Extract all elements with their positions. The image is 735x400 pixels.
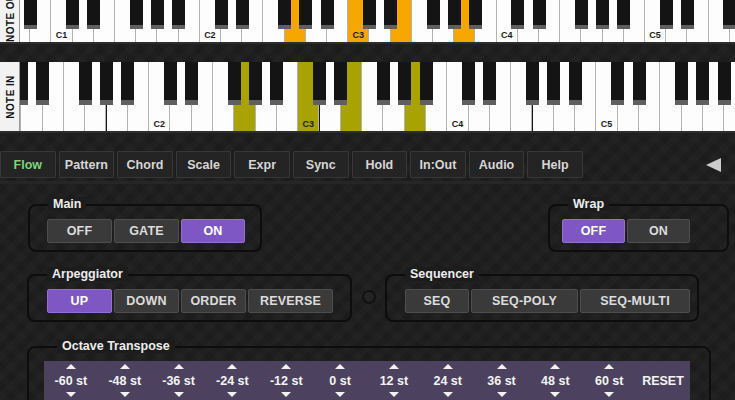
transpose-down-icon[interactable]	[604, 392, 614, 397]
note-out-key-a-0-sharp[interactable]	[24, 0, 37, 29]
note-in-key-f-1-sharp[interactable]	[79, 62, 92, 105]
transpose-down-icon[interactable]	[227, 392, 237, 397]
sequencer-seq-button[interactable]: SEQ	[405, 289, 469, 313]
transpose-up-icon[interactable]	[174, 364, 184, 369]
note-in-key-g-4-sharp[interactable]	[547, 62, 560, 105]
transpose-down-icon[interactable]	[389, 392, 399, 397]
transpose-down-icon[interactable]	[281, 392, 291, 397]
transpose-up-icon[interactable]	[335, 364, 345, 369]
wrap-off-button[interactable]: OFF	[562, 219, 625, 243]
note-in-key-a-3-sharp[interactable]	[420, 62, 433, 105]
note-out-key-c-3-sharp[interactable]	[363, 0, 376, 29]
note-out-key-c-5-sharp[interactable]	[660, 0, 673, 29]
sequencer-seq-multi-button[interactable]: SEQ-MULTI	[580, 289, 690, 313]
note-in-key-g-3-sharp[interactable]	[398, 62, 411, 105]
note-in-key-a-4-sharp[interactable]	[569, 62, 582, 105]
arpeggiator-down-button[interactable]: DOWN	[114, 289, 179, 313]
note-out-key-a-3-sharp[interactable]	[469, 0, 482, 29]
note-in-key-c-3-sharp[interactable]	[313, 62, 326, 105]
note-in-key-d-5-sharp[interactable]	[633, 62, 646, 105]
tab-sync[interactable]: Sync	[293, 151, 349, 178]
note-out-key-f-2-sharp[interactable]	[278, 0, 291, 29]
note-out-key-g-2-sharp[interactable]	[299, 0, 312, 29]
main-gate-button[interactable]: GATE	[114, 219, 179, 243]
note-out-key-f-3-sharp[interactable]	[427, 0, 440, 29]
transpose-down-icon[interactable]	[443, 392, 453, 397]
note-in-key-a-2-sharp[interactable]	[270, 62, 283, 105]
note-out-key-a-2-sharp[interactable]	[321, 0, 334, 29]
transpose-up-icon[interactable]	[66, 364, 76, 369]
note-out-key-f-5-sharp[interactable]	[723, 0, 735, 29]
transpose-down-icon[interactable]	[335, 392, 345, 397]
octave-label-c2: C2	[149, 119, 169, 129]
note-out-key-d-1-sharp[interactable]	[87, 0, 100, 29]
arpeggiator-up-button[interactable]: UP	[47, 289, 112, 313]
transpose-up-icon[interactable]	[227, 364, 237, 369]
transpose-down-icon[interactable]	[120, 392, 130, 397]
note-in-key-f-5-sharp[interactable]	[675, 62, 688, 105]
tab-in-out[interactable]: In:Out	[410, 151, 466, 178]
transpose-up-icon[interactable]	[120, 364, 130, 369]
note-out-key-a-1-sharp[interactable]	[172, 0, 185, 29]
note-out-key-d-4-sharp[interactable]	[533, 0, 546, 29]
wrap-on-button[interactable]: ON	[627, 219, 690, 243]
note-out-key-f-4-sharp[interactable]	[575, 0, 588, 29]
main-off-button[interactable]: OFF	[47, 219, 112, 243]
note-out-key-g-4-sharp[interactable]	[596, 0, 609, 29]
note-out-key-g-1-sharp[interactable]	[151, 0, 164, 29]
note-in-key-g-1-sharp[interactable]	[100, 62, 113, 105]
transpose-down-icon[interactable]	[174, 392, 184, 397]
note-in-key-c-4-sharp[interactable]	[462, 62, 475, 105]
note-in-key-g-5-sharp[interactable]	[696, 62, 709, 105]
main-group: Main OFFGATEON	[28, 204, 262, 252]
octave-label-c5: C5	[596, 119, 616, 129]
arpeggiator-order-button[interactable]: ORDER	[181, 289, 246, 313]
arpeggiator-reverse-button[interactable]: REVERSE	[248, 289, 333, 313]
note-out-key-d-3-sharp[interactable]	[384, 0, 397, 29]
transpose-up-icon[interactable]	[281, 364, 291, 369]
tab-pattern[interactable]: Pattern	[59, 151, 115, 178]
sequencer-seq-poly-button[interactable]: SEQ-POLY	[471, 289, 578, 313]
tab-scale[interactable]: Scale	[176, 151, 232, 178]
transpose-up-icon[interactable]	[550, 364, 560, 369]
transpose-down-icon[interactable]	[497, 392, 507, 397]
note-in-key-a-5-sharp[interactable]	[718, 62, 731, 105]
note-out-key-g-3-sharp[interactable]	[448, 0, 461, 29]
tab-audio[interactable]: Audio	[469, 151, 525, 178]
note-out-key-f-1-sharp[interactable]	[130, 0, 143, 29]
transpose-up-icon[interactable]	[389, 364, 399, 369]
note-in-key-f-3-sharp[interactable]	[377, 62, 390, 105]
transpose-up-icon[interactable]	[443, 364, 453, 369]
note-out-key-d-2-sharp[interactable]	[236, 0, 249, 29]
note-in-key-c-5-sharp[interactable]	[611, 62, 624, 105]
note-in-key-f-2-sharp[interactable]	[228, 62, 241, 105]
note-in-key-g-2-sharp[interactable]	[249, 62, 262, 105]
collapse-panel-icon[interactable]	[706, 158, 721, 172]
tab-help[interactable]: Help	[527, 151, 583, 178]
transpose-up-icon[interactable]	[497, 364, 507, 369]
transpose-down-icon[interactable]	[550, 392, 560, 397]
main-on-button[interactable]: ON	[181, 219, 245, 243]
octave-label-c1: C1	[51, 30, 71, 40]
tab-flow[interactable]: Flow	[0, 151, 56, 178]
note-in-key-d-3-sharp[interactable]	[334, 62, 347, 105]
black-key-tip	[533, 25, 546, 29]
note-out-key-d-5-sharp[interactable]	[681, 0, 694, 29]
transpose-down-icon[interactable]	[66, 392, 76, 397]
note-in-key-a-1-sharp[interactable]	[121, 62, 134, 105]
note-in-key-d-2-sharp[interactable]	[185, 62, 198, 105]
note-out-key-c-4-sharp[interactable]	[511, 0, 524, 29]
note-out-key-a-4-sharp[interactable]	[617, 0, 630, 29]
note-in-key-d-1-sharp[interactable]	[36, 62, 49, 105]
note-out-key-c-2-sharp[interactable]	[215, 0, 228, 29]
tab-hold[interactable]: Hold	[352, 151, 408, 178]
tab-expr[interactable]: Expr	[234, 151, 290, 178]
transpose-column-36-st: 36 st	[475, 361, 529, 400]
note-in-key-f-4-sharp[interactable]	[526, 62, 539, 105]
transpose-up-icon[interactable]	[604, 364, 614, 369]
transpose-reset-button[interactable]: RESET	[642, 374, 684, 388]
tab-chord[interactable]: Chord	[117, 151, 173, 178]
note-in-key-c-2-sharp[interactable]	[164, 62, 177, 105]
note-out-key-c-1-sharp[interactable]	[66, 0, 79, 29]
note-in-key-d-4-sharp[interactable]	[483, 62, 496, 105]
